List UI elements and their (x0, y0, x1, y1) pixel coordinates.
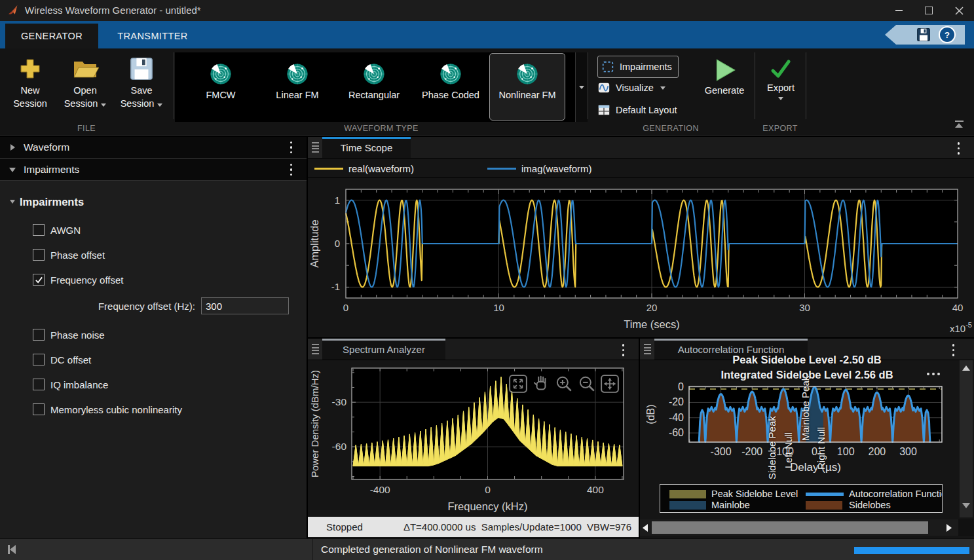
autocorrelation-panel: Autocorrelation Function Peak Sidelobe L… (640, 339, 974, 538)
more-options-icon[interactable] (927, 373, 940, 375)
integrated-sidelobe-title: Integrated Sidelobe Level 2.56 dB (640, 369, 974, 381)
minimize-button[interactable] (884, 0, 914, 21)
tick-label: 0 (678, 381, 684, 392)
export-button[interactable]: Export (753, 58, 808, 100)
spectrum-measurement-info: ΔT=400.0000 us Samples/Update=1000 VBW=9… (403, 521, 631, 532)
kebab-menu-icon[interactable] (290, 164, 293, 176)
vertical-scrollbar[interactable] (960, 360, 973, 517)
zoom-in-icon[interactable] (554, 374, 574, 394)
phase-offset-checkbox[interactable] (33, 249, 45, 261)
generate-button[interactable]: Generate (697, 56, 752, 96)
gallery-item-fmcw[interactable]: FMCW (183, 54, 258, 119)
impairments-group-title: Impairments (20, 196, 84, 208)
gallery-item-phase-coded[interactable]: Phase Coded (413, 54, 488, 119)
memoryless-cubic-label: Memoryless cubic nonlinearity (50, 404, 182, 415)
gallery-item-linear-fm[interactable]: Linear FM (260, 54, 335, 119)
zoom-out-icon[interactable] (577, 374, 597, 394)
waveform-type-gallery: FMCW Linear FM Rectangular Phase Coded N… (175, 52, 575, 122)
kebab-menu-icon[interactable] (622, 344, 625, 356)
waveform-icon (597, 81, 610, 94)
hamburger-icon[interactable] (308, 137, 323, 158)
tick-label: 400 (587, 484, 604, 495)
awgn-checkbox[interactable] (33, 224, 45, 236)
checkbox-row-frequency-offset: Frequency offset (33, 274, 123, 286)
chevron-down-icon (101, 103, 106, 107)
separator (806, 52, 806, 119)
frequency-offset-checkbox[interactable] (33, 274, 45, 286)
tick-label: (dB) (645, 404, 656, 424)
hamburger-icon[interactable] (308, 339, 323, 360)
tick-label: -40 (669, 412, 684, 423)
ribbon-tab-bar: GENERATOR TRANSMITTER ? (0, 21, 974, 48)
maximize-button[interactable] (914, 0, 944, 21)
chevron-down-icon (660, 86, 665, 90)
new-session-button[interactable]: New Session (4, 54, 56, 119)
legend-swatch-real (314, 168, 343, 170)
gallery-item-label: FMCW (185, 89, 257, 102)
pan-hand-icon[interactable] (531, 374, 551, 394)
time-scope-panel: Time Scope real(waveform) imag(waveform)… (308, 137, 974, 337)
radar-icon (440, 63, 462, 85)
skip-to-start-icon[interactable] (8, 545, 17, 554)
autocorrelation-tab-label: Autocorrelation Function (678, 344, 785, 355)
gallery-item-label: Rectangular (338, 89, 410, 102)
collapse-toolstrip-button[interactable] (953, 121, 965, 130)
gallery-item-nonlinear-fm[interactable]: Nonlinear FM (489, 53, 565, 121)
plus-icon (17, 54, 43, 84)
floppy-icon (129, 54, 154, 84)
radar-icon (210, 63, 232, 85)
scrollbar-thumb[interactable] (652, 521, 928, 534)
expand-axes-icon[interactable] (600, 374, 620, 394)
visualize-button[interactable]: Visualize (597, 79, 665, 97)
settings-panel: Waveform Impairments Impairments AWGN Ph… (0, 137, 307, 538)
dc-offset-checkbox[interactable] (33, 354, 45, 365)
section-label-generation: GENERATION (643, 124, 699, 133)
memoryless-cubic-checkbox[interactable] (33, 403, 45, 415)
progress-bar (854, 547, 969, 554)
time-scope-tab-label: Time Scope (341, 142, 392, 153)
scroll-left-icon[interactable] (643, 524, 648, 532)
chevron-down-icon (157, 103, 162, 107)
open-session-button[interactable]: Open Session (59, 54, 111, 119)
kebab-menu-icon[interactable] (290, 141, 293, 154)
scroll-down-icon[interactable] (962, 503, 970, 508)
status-message: Completed generation of Nonlinear FM wav… (321, 544, 543, 555)
fit-to-view-icon[interactable] (508, 374, 528, 394)
tab-spectrum-analyzer[interactable]: Spectrum Analyzer (322, 339, 445, 360)
impairments-section-header[interactable]: Impairments (0, 159, 307, 181)
tab-time-scope[interactable]: Time Scope (322, 137, 411, 158)
horizontal-scrollbar[interactable] (640, 519, 958, 536)
scroll-right-icon[interactable] (946, 524, 952, 532)
impairments-toggle[interactable]: Impairments (597, 56, 679, 78)
legend-item-real: real(waveform) (314, 163, 414, 174)
gallery-item-rectangular[interactable]: Rectangular (337, 54, 411, 119)
iq-imbalance-checkbox[interactable] (33, 379, 45, 390)
radar-icon (363, 63, 385, 85)
export-label: Export (767, 83, 795, 93)
frequency-offset-input[interactable] (201, 297, 289, 314)
save-session-button[interactable]: Save Session (115, 54, 168, 119)
default-layout-button[interactable]: Default Layout (597, 101, 677, 119)
divider (312, 539, 313, 560)
generate-label: Generate (705, 85, 744, 96)
waveform-section-header[interactable]: Waveform (0, 137, 307, 159)
quick-save-icon[interactable] (916, 28, 931, 42)
legend-label-psl: Peak Sidelobe Level (711, 489, 798, 499)
spectrum-analyzer-panel: Spectrum Analyzer (308, 339, 639, 538)
tab-generator-label: GENERATOR (21, 31, 83, 41)
gallery-item-label: Nonlinear FM (491, 89, 563, 102)
window-title: Wireless Waveform Generator - untitled* (25, 5, 201, 16)
tick-label: -60 (669, 427, 684, 438)
tab-transmitter[interactable]: TRANSMITTER (107, 24, 198, 48)
phase-noise-checkbox[interactable] (33, 329, 45, 341)
tick-label: -100 (773, 446, 794, 457)
close-button[interactable] (944, 0, 974, 21)
tick-label: Amplitude (309, 219, 320, 267)
help-button[interactable]: ? (939, 26, 956, 43)
kebab-menu-icon[interactable] (958, 142, 960, 155)
gallery-dropdown-button[interactable] (575, 52, 588, 122)
tick-label: 0 (812, 446, 817, 457)
peak-sidelobe-title: Peak Sidelobe Level -2.50 dB (640, 354, 974, 366)
save-session-label2: Session (121, 97, 163, 110)
tab-generator[interactable]: GENERATOR (5, 24, 98, 48)
